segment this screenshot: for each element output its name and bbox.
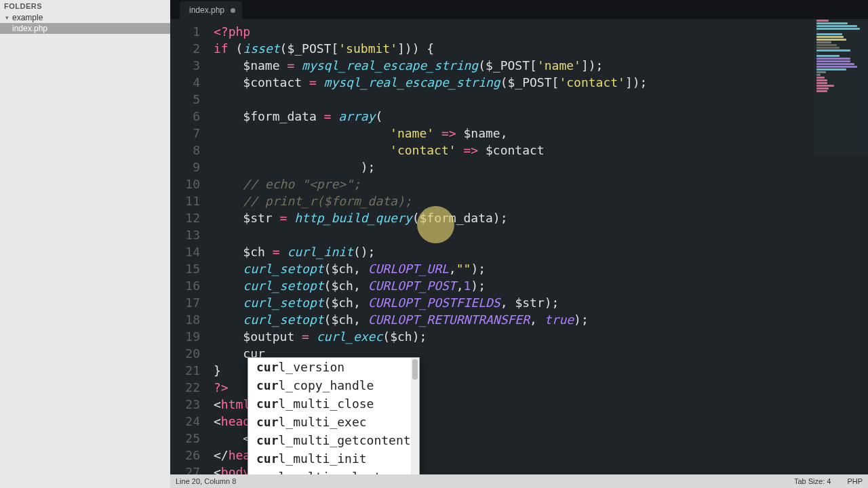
code-line[interactable]: 'contact' => $contact xyxy=(214,142,868,159)
code-line[interactable]: curl_setopt($ch, CURLOPT_POSTFIELDS, $st… xyxy=(214,294,868,311)
code-line[interactable]: $output = curl_exec($ch); xyxy=(214,328,868,345)
tree-item-label: example xyxy=(12,12,43,23)
code-line[interactable]: curl_setopt($ch, CURLOPT_POST,1); xyxy=(214,277,868,294)
autocomplete-item[interactable]: curl_version xyxy=(248,358,419,376)
file-item[interactable]: index.php xyxy=(0,23,170,34)
folder-arrow-icon[interactable]: ▾ xyxy=(4,12,9,23)
line-number: 22 xyxy=(170,379,208,396)
line-number: 5 xyxy=(170,91,208,108)
code-line[interactable]: $ch = curl_init(); xyxy=(214,243,868,260)
line-number: 14 xyxy=(170,243,208,260)
line-number: 9 xyxy=(170,159,208,176)
autocomplete-scrollbar-thumb[interactable] xyxy=(412,359,418,380)
line-number: 19 xyxy=(170,328,208,345)
code-line[interactable]: curl_setopt($ch, CURLOPT_URL,""); xyxy=(214,260,868,277)
line-number: 10 xyxy=(170,176,208,192)
line-number: 7 xyxy=(170,125,208,142)
autocomplete-item[interactable]: curl_multi_getcontent xyxy=(248,431,419,449)
folder-item[interactable]: ▾example xyxy=(0,12,170,23)
line-number: 1 xyxy=(170,23,208,40)
line-number: 27 xyxy=(170,464,208,474)
autocomplete-item[interactable]: curl_multi_init xyxy=(248,449,419,468)
code-line[interactable] xyxy=(214,91,868,108)
code-line[interactable]: curl_setopt($ch, CURLOPT_RETURNTRANSFER,… xyxy=(214,311,868,328)
editor[interactable]: 1234567891011121314151617181920212223242… xyxy=(170,19,868,474)
code-line[interactable]: $form_data = array( xyxy=(214,108,868,125)
line-number: 17 xyxy=(170,294,208,311)
code-line[interactable]: $str = http_build_query($form_data); xyxy=(214,209,868,226)
autocomplete-item[interactable]: curl_multi_select xyxy=(248,468,419,474)
status-bar: Line 20, Column 8 Tab Size: 4 PHP xyxy=(170,474,868,488)
tab-bar: index.php xyxy=(170,0,868,19)
line-number: 11 xyxy=(170,192,208,209)
code-line[interactable]: if (isset($_POST['submit'])) { xyxy=(214,40,868,57)
line-number: 23 xyxy=(170,396,208,413)
tree-item-label: index.php xyxy=(12,23,47,34)
line-number: 16 xyxy=(170,277,208,294)
line-number: 24 xyxy=(170,413,208,430)
line-number: 15 xyxy=(170,260,208,277)
status-tab-size[interactable]: Tab Size: 4 xyxy=(794,477,831,485)
autocomplete-item[interactable]: curl_copy_handle xyxy=(248,376,419,394)
tab-label: index.php xyxy=(189,5,224,15)
line-number: 26 xyxy=(170,447,208,464)
line-number: 13 xyxy=(170,226,208,243)
line-number: 6 xyxy=(170,108,208,125)
line-number: 3 xyxy=(170,57,208,74)
line-number: 2 xyxy=(170,40,208,57)
code-line[interactable]: 'name' => $name, xyxy=(214,125,868,142)
autocomplete-item[interactable]: curl_multi_close xyxy=(248,394,419,413)
code-line[interactable]: // print_r($form_data); xyxy=(214,192,868,209)
tab-dirty-icon xyxy=(231,8,235,13)
status-cursor-position[interactable]: Line 20, Column 8 xyxy=(176,477,236,485)
status-language[interactable]: PHP xyxy=(847,477,863,485)
code-line[interactable]: $contact = mysql_real_escape_string($_PO… xyxy=(214,74,868,91)
line-number: 12 xyxy=(170,209,208,226)
line-number: 21 xyxy=(170,362,208,379)
sidebar-title: FOLDERS xyxy=(0,0,170,12)
line-number: 8 xyxy=(170,142,208,159)
line-number: 18 xyxy=(170,311,208,328)
line-number-gutter: 1234567891011121314151617181920212223242… xyxy=(170,19,208,474)
code-line[interactable]: $name = mysql_real_escape_string($_POST[… xyxy=(214,57,868,74)
autocomplete-popup[interactable]: curl_versioncurl_copy_handlecurl_multi_c… xyxy=(248,357,420,474)
code-line[interactable]: <?php xyxy=(214,23,868,40)
line-number: 4 xyxy=(170,74,208,91)
autocomplete-scrollbar[interactable] xyxy=(411,358,419,474)
line-number: 20 xyxy=(170,345,208,362)
code-line[interactable]: ); xyxy=(214,159,868,176)
sidebar: FOLDERS ▾exampleindex.php xyxy=(0,0,170,488)
code-line[interactable] xyxy=(214,226,868,243)
folder-tree: ▾exampleindex.php xyxy=(0,12,170,488)
tab[interactable]: index.php xyxy=(180,1,242,19)
code-line[interactable]: // echo "<pre>"; xyxy=(214,176,868,192)
line-number: 25 xyxy=(170,430,208,447)
app-root: FOLDERS ▾exampleindex.php index.php 1234… xyxy=(0,0,868,488)
main-panel: index.php 123456789101112131415161718192… xyxy=(170,0,868,488)
autocomplete-item[interactable]: curl_multi_exec xyxy=(248,413,419,431)
